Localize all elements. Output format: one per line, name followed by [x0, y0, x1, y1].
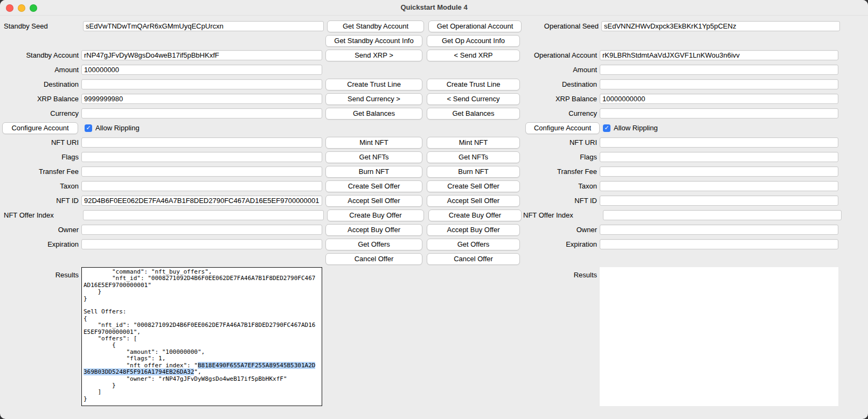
standby-flags-input[interactable] [81, 152, 322, 162]
standby-get-nfts-button[interactable]: Get NFTs [325, 151, 422, 163]
results-row: Results "command": "nft_buy_offers", "nf… [0, 267, 868, 406]
operational-create-trust-line-button[interactable]: Create Trust Line [427, 79, 520, 90]
operational-allow-rippling-label: Allow Rippling [614, 124, 658, 132]
operational-nft-offer-index-label: NFT Offer Index [522, 211, 603, 219]
standby-results-output[interactable]: "command": "nft_buy_offers", "nft_id": "… [81, 267, 322, 406]
operational-seed-input[interactable] [601, 21, 840, 31]
operational-destination-input[interactable] [600, 79, 838, 89]
standby-expiration-label: Expiration [2, 240, 81, 248]
operational-results-output[interactable] [600, 267, 838, 406]
operational-account-input[interactable] [600, 50, 838, 60]
operational-create-sell-offer-button[interactable]: Create Sell Offer [427, 180, 520, 192]
operational-transfer-fee-label: Transfer Fee [520, 167, 600, 176]
standby-nft-uri-label: NFT URI [2, 138, 81, 146]
form-row: Taxon Create Sell Offer Create Sell Offe… [0, 179, 868, 193]
check-icon: ✓ [86, 125, 91, 131]
operational-allow-rippling-checkbox[interactable]: ✓ [603, 124, 610, 132]
standby-destination-input[interactable] [81, 79, 322, 89]
operational-currency-label: Currency [520, 109, 600, 117]
standby-flags-label: Flags [2, 153, 81, 161]
standby-send-currency-button[interactable]: Send Currency > [325, 93, 422, 105]
operational-flags-input[interactable] [600, 152, 838, 162]
operational-accept-buy-offer-button[interactable]: Accept Buy Offer [427, 224, 520, 236]
standby-create-trust-line-button[interactable]: Create Trust Line [325, 79, 422, 90]
form-row: NFT URI Mint NFT Mint NFT NFT URI [0, 135, 868, 150]
operational-xrp-balance-input[interactable] [600, 94, 838, 104]
operational-nft-offer-index-input[interactable] [603, 210, 842, 220]
standby-seed-input[interactable] [83, 21, 324, 31]
close-button[interactable] [6, 4, 13, 12]
standby-xrp-balance-input[interactable] [81, 94, 322, 104]
minimize-button[interactable] [18, 4, 25, 12]
standby-seed-label: Standby Seed [2, 22, 83, 30]
form-row: Flags Get NFTs Get NFTs Flags [0, 150, 868, 164]
standby-owner-input[interactable] [81, 225, 322, 235]
standby-create-sell-offer-button[interactable]: Create Sell Offer [325, 180, 422, 192]
operational-get-balances-button[interactable]: Get Balances [427, 108, 520, 120]
standby-expiration-input[interactable] [81, 239, 322, 249]
window-controls [6, 4, 37, 12]
standby-amount-input[interactable] [81, 65, 322, 75]
standby-mint-nft-button[interactable]: Mint NFT [325, 137, 422, 149]
standby-amount-label: Amount [2, 66, 81, 74]
standby-nft-id-input[interactable] [81, 195, 322, 206]
operational-transfer-fee-input[interactable] [600, 166, 838, 177]
operational-burn-nft-button[interactable]: Burn NFT [427, 166, 520, 178]
standby-taxon-input[interactable] [81, 181, 322, 191]
standby-results-label: Results [2, 267, 81, 279]
standby-account-input[interactable] [81, 50, 322, 60]
standby-nft-uri-input[interactable] [81, 137, 322, 148]
form-row: Cancel Offer Cancel Offer [0, 252, 868, 266]
operational-expiration-label: Expiration [520, 240, 600, 248]
operational-nft-uri-input[interactable] [600, 137, 838, 148]
operational-send-currency-button[interactable]: < Send Currency [427, 93, 520, 105]
operational-cancel-offer-button[interactable]: Cancel Offer [427, 253, 520, 265]
standby-configure-account-button[interactable]: Configure Account [2, 122, 78, 134]
operational-results-label: Results [520, 267, 600, 279]
operational-get-offers-button[interactable]: Get Offers [427, 239, 520, 250]
operational-send-xrp-button[interactable]: < Send XRP [427, 50, 520, 61]
standby-get-balances-button[interactable]: Get Balances [325, 108, 422, 120]
form-content: Standby Seed Get Standby Account Get Ope… [0, 16, 868, 406]
get-op-account-info-button[interactable]: Get Op Account Info [427, 35, 520, 47]
zoom-button[interactable] [30, 4, 37, 12]
standby-cancel-offer-button[interactable]: Cancel Offer [325, 253, 422, 265]
operational-nft-uri-label: NFT URI [520, 138, 600, 146]
standby-currency-input[interactable] [81, 108, 322, 118]
standby-create-buy-offer-button[interactable]: Create Buy Offer [327, 210, 424, 221]
operational-xrp-balance-label: XRP Balance [520, 95, 600, 103]
operational-accept-sell-offer-button[interactable]: Accept Sell Offer [427, 195, 520, 207]
standby-allow-rippling-checkbox[interactable]: ✓ [85, 124, 92, 132]
operational-nft-id-input[interactable] [600, 195, 838, 206]
operational-amount-input[interactable] [600, 65, 838, 75]
standby-get-offers-button[interactable]: Get Offers [325, 239, 422, 250]
operational-get-nfts-button[interactable]: Get NFTs [427, 151, 520, 163]
operational-expiration-input[interactable] [600, 239, 838, 249]
operational-currency-input[interactable] [600, 108, 838, 118]
standby-xrp-balance-label: XRP Balance [2, 95, 81, 103]
standby-account-label: Standby Account [2, 51, 81, 59]
standby-nft-id-label: NFT ID [2, 197, 81, 205]
standby-nft-offer-index-input[interactable] [83, 210, 324, 220]
app-window: Quickstart Module 4 Standby Seed Get Sta… [0, 0, 868, 419]
get-operational-account-button[interactable]: Get Operational Account [428, 20, 522, 32]
operational-flags-label: Flags [520, 153, 600, 161]
standby-accept-sell-offer-button[interactable]: Accept Sell Offer [325, 195, 422, 207]
operational-mint-nft-button[interactable]: Mint NFT [427, 137, 520, 149]
form-row: Owner Accept Buy Offer Accept Buy Offer … [0, 222, 868, 237]
standby-nft-offer-index-label: NFT Offer Index [2, 211, 83, 219]
standby-accept-buy-offer-button[interactable]: Accept Buy Offer [325, 224, 422, 236]
standby-burn-nft-button[interactable]: Burn NFT [325, 166, 422, 178]
operational-owner-input[interactable] [600, 225, 838, 235]
get-standby-account-info-button[interactable]: Get Standby Account Info [325, 35, 422, 47]
operational-taxon-label: Taxon [520, 182, 600, 190]
form-row: Currency Get Balances Get Balances Curre… [0, 106, 868, 121]
operational-configure-account-button[interactable]: Configure Account [525, 122, 600, 134]
operational-taxon-input[interactable] [600, 181, 838, 191]
form-row: NFT ID Accept Sell Offer Accept Sell Off… [0, 193, 868, 208]
get-standby-account-button[interactable]: Get Standby Account [327, 20, 424, 32]
standby-transfer-fee-input[interactable] [81, 166, 322, 177]
operational-destination-label: Destination [520, 80, 600, 88]
operational-create-buy-offer-button[interactable]: Create Buy Offer [428, 210, 522, 221]
standby-send-xrp-button[interactable]: Send XRP > [325, 50, 422, 61]
